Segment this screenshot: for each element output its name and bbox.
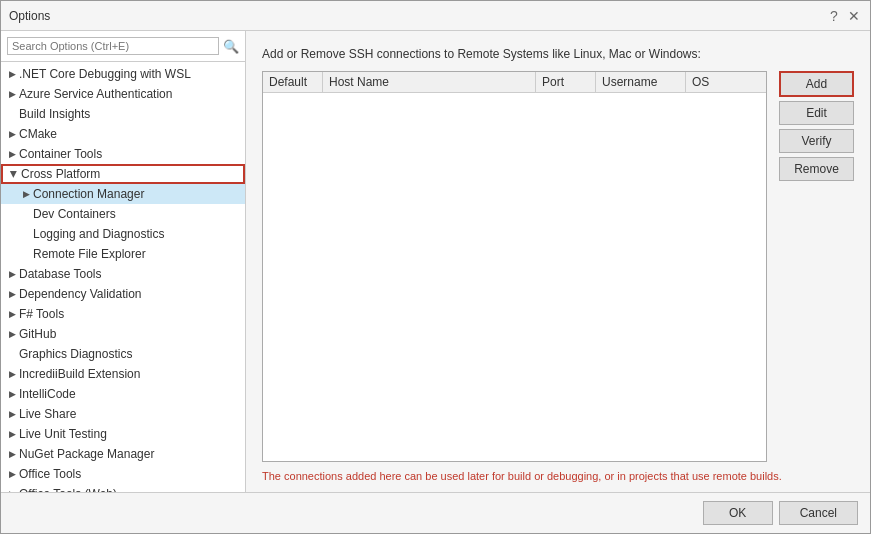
description-text: Add or Remove SSH connections to Remote … — [262, 47, 854, 61]
tree-item-container-tools[interactable]: ▶ Container Tools — [1, 144, 245, 164]
chevron-icon: ▶ — [5, 89, 19, 99]
table-body — [263, 93, 766, 461]
tree-item-cmake[interactable]: ▶ CMake — [1, 124, 245, 144]
chevron-icon: ▶ — [5, 129, 19, 139]
title-bar-buttons: ? ✕ — [826, 8, 862, 24]
chevron-icon: ▶ — [5, 369, 19, 379]
tree-item-build-insights[interactable]: ▶ Build Insights — [1, 104, 245, 124]
tree-item-label: Logging and Diagnostics — [33, 227, 164, 241]
tree-item-incredibuild[interactable]: ▶ IncrediiBuild Extension — [1, 364, 245, 384]
tree-item-live-unit-testing[interactable]: ▶ Live Unit Testing — [1, 424, 245, 444]
col-default: Default — [263, 72, 323, 92]
tree-item-label: NuGet Package Manager — [19, 447, 154, 461]
tree-item-label: Remote File Explorer — [33, 247, 146, 261]
tree-item-label: Cross Platform — [21, 167, 100, 181]
tree-item-dependency-validation[interactable]: ▶ Dependency Validation — [1, 284, 245, 304]
options-dialog: Options ? ✕ 🔍 ▶ .NET Core Debugging with… — [0, 0, 871, 534]
chevron-icon: ▶ — [5, 429, 19, 439]
tree-item-connection-manager[interactable]: ▶ Connection Manager — [1, 184, 245, 204]
help-button[interactable]: ? — [826, 8, 842, 24]
tree-item-label: IntelliCode — [19, 387, 76, 401]
tree-area: ▶ .NET Core Debugging with WSL ▶ Azure S… — [1, 62, 245, 492]
tree-item-database-tools[interactable]: ▶ Database Tools — [1, 264, 245, 284]
tree-item-label: .NET Core Debugging with WSL — [19, 67, 191, 81]
chevron-icon: ▶ — [5, 409, 19, 419]
dialog-footer: OK Cancel — [1, 492, 870, 533]
chevron-icon: ▶ — [5, 289, 19, 299]
chevron-icon: ▶ — [5, 269, 19, 279]
tree-item-label: Dependency Validation — [19, 287, 142, 301]
left-panel: 🔍 ▶ .NET Core Debugging with WSL ▶ Azure… — [1, 31, 246, 492]
tree-item-cross-platform[interactable]: ▶ Cross Platform — [1, 164, 245, 184]
chevron-icon: ▶ — [5, 149, 19, 159]
footer-info-text: The connections added here can be used l… — [262, 470, 854, 482]
tree-item-fsharp[interactable]: ▶ F# Tools — [1, 304, 245, 324]
chevron-icon: ▶ — [5, 469, 19, 479]
chevron-icon: ▶ — [5, 309, 19, 319]
tree-item-label: IncrediiBuild Extension — [19, 367, 140, 381]
title-bar: Options ? ✕ — [1, 1, 870, 31]
col-os: OS — [686, 72, 766, 92]
tree-item-intellicode[interactable]: ▶ IntelliCode — [1, 384, 245, 404]
tree-item-nuget[interactable]: ▶ NuGet Package Manager — [1, 444, 245, 464]
tree-item-office-tools-web[interactable]: ▶ Office Tools (Web) — [1, 484, 245, 492]
add-button[interactable]: Add — [779, 71, 854, 97]
tree-item-graphics[interactable]: ▶ Graphics Diagnostics — [1, 344, 245, 364]
tree-item-label: Build Insights — [19, 107, 90, 121]
tree-item-label: Office Tools — [19, 467, 81, 481]
dialog-body: 🔍 ▶ .NET Core Debugging with WSL ▶ Azure… — [1, 31, 870, 492]
content-area: Default Host Name Port Username OS Add E… — [262, 71, 854, 462]
tree-item-label: Database Tools — [19, 267, 102, 281]
verify-button[interactable]: Verify — [779, 129, 854, 153]
cancel-button[interactable]: Cancel — [779, 501, 858, 525]
chevron-icon: ▶ — [5, 449, 19, 459]
tree-item-label: Graphics Diagnostics — [19, 347, 132, 361]
tree-item-label: F# Tools — [19, 307, 64, 321]
action-buttons: Add Edit Verify Remove — [779, 71, 854, 462]
tree-item-remote-file[interactable]: ▶ Remote File Explorer — [1, 244, 245, 264]
right-panel: Add or Remove SSH connections to Remote … — [246, 31, 870, 492]
search-input[interactable] — [7, 37, 219, 55]
tree-item-label: Container Tools — [19, 147, 102, 161]
tree-item-net-core[interactable]: ▶ .NET Core Debugging with WSL — [1, 64, 245, 84]
ok-button[interactable]: OK — [703, 501, 773, 525]
tree-item-office-tools[interactable]: ▶ Office Tools — [1, 464, 245, 484]
tree-item-azure[interactable]: ▶ Azure Service Authentication — [1, 84, 245, 104]
chevron-icon: ▶ — [5, 389, 19, 399]
close-button[interactable]: ✕ — [846, 8, 862, 24]
chevron-icon: ▶ — [19, 189, 33, 199]
tree-item-label: Live Unit Testing — [19, 427, 107, 441]
tree-item-label: Azure Service Authentication — [19, 87, 172, 101]
tree-item-live-share[interactable]: ▶ Live Share — [1, 404, 245, 424]
col-hostname: Host Name — [323, 72, 536, 92]
tree-item-github[interactable]: ▶ GitHub — [1, 324, 245, 344]
tree-item-label: Live Share — [19, 407, 76, 421]
tree-item-dev-containers[interactable]: ▶ Dev Containers — [1, 204, 245, 224]
tree-item-logging[interactable]: ▶ Logging and Diagnostics — [1, 224, 245, 244]
search-icon: 🔍 — [223, 39, 239, 54]
tree-item-label: Dev Containers — [33, 207, 116, 221]
col-port: Port — [536, 72, 596, 92]
chevron-icon: ▶ — [5, 329, 19, 339]
remove-button[interactable]: Remove — [779, 157, 854, 181]
edit-button[interactable]: Edit — [779, 101, 854, 125]
tree-item-label: Connection Manager — [33, 187, 144, 201]
chevron-icon: ▶ — [5, 69, 19, 79]
tree-item-label: GitHub — [19, 327, 56, 341]
chevron-icon: ▶ — [9, 167, 19, 181]
search-bar: 🔍 — [1, 31, 245, 62]
connections-table: Default Host Name Port Username OS — [262, 71, 767, 462]
dialog-title: Options — [9, 9, 50, 23]
tree-item-label: CMake — [19, 127, 57, 141]
table-header: Default Host Name Port Username OS — [263, 72, 766, 93]
col-username: Username — [596, 72, 686, 92]
